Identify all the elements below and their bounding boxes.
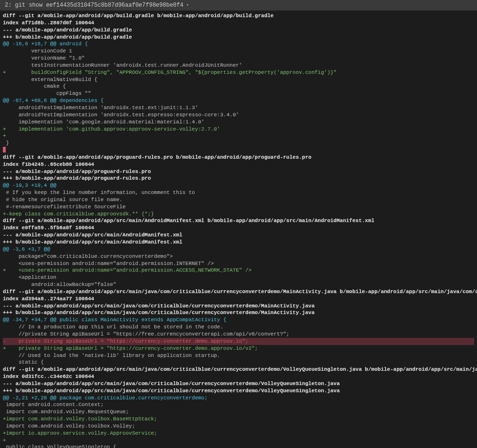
diff-line: diff --git a/mobile-app/android/app/buil… — [3, 12, 474, 20]
diff-line: package="com.criticalblue.currencyconver… — [3, 253, 474, 260]
diff-line: cmake { — [3, 83, 474, 90]
diff-line: import com.android.volley.RequestQueue; — [3, 408, 474, 416]
diff-line: @@ -67,4 +68,6 @@ dependencies { — [3, 97, 474, 104]
diff-line: --- a/mobile-app/android/app/build.gradl… — [3, 27, 474, 34]
diff-line: // In a production app this url should n… — [3, 324, 474, 331]
dropdown-arrow-icon[interactable]: ▾ — [186, 2, 188, 8]
diff-line: @@ -16,6 +16,7 @@ android { — [3, 41, 474, 48]
diff-line: externalNativeBuild { — [3, 76, 474, 83]
terminal-title-text: 2: git show eef14435d310475c8b87d96aaf0e… — [5, 1, 183, 9]
diff-line: + <uses-permission android:name="android… — [3, 267, 474, 274]
diff-line: index f1b4245..65ceb88 100644 — [3, 161, 474, 168]
diff-line: @@ -3,6 +3,7 @@ — [3, 246, 474, 253]
diff-line: diff --git a/mobile-app/android/app/src/… — [3, 288, 474, 295]
diff-line: +++ b/mobile-app/android/app/proguard-ru… — [3, 175, 474, 182]
diff-line: + — [3, 437, 474, 444]
terminal-title-bar[interactable]: 2: git show eef14435d310475c8b87d96aaf0e… — [0, 0, 477, 10]
diff-line: diff --git a/mobile-app/android/app/prog… — [3, 154, 474, 161]
diff-line: +++ b/mobile-app/android/app/src/main/ja… — [3, 309, 474, 316]
diff-line: --- a/mobile-app/android/app/src/main/ja… — [3, 303, 474, 310]
diff-line: androidTestImplementation 'androidx.test… — [3, 104, 474, 112]
diff-line: # If you keep the line number informatio… — [3, 189, 474, 196]
diff-line: +import io.approov.service.volley.Approo… — [3, 430, 474, 437]
diff-line: <uses-permission android:name="android.p… — [3, 260, 474, 267]
diff-line: + — [3, 132, 474, 140]
diff-line: + private String apiBaseUrl = "https://c… — [3, 345, 474, 352]
diff-line: +++ b/mobile-app/android/app/build.gradl… — [3, 34, 474, 41]
diff-line: @@ -34,7 +34,7 @@ public class MainActiv… — [3, 316, 474, 324]
diff-line: versionCode 1 — [3, 48, 474, 55]
diff-line: --- a/mobile-app/android/app/src/main/An… — [3, 232, 474, 239]
diff-line: +import com.android.volley.toolbox.BaseH… — [3, 416, 474, 423]
diff-line: #-renamesourcefileattribute SourceFile — [3, 204, 474, 211]
diff-line: index e0ffa59..5fb6a8f 100644 — [3, 224, 474, 232]
diff-line: index af71d8b..2807d0f 100644 — [3, 20, 474, 27]
diff-line — [3, 147, 6, 153]
diff-line: //private String apiBaseUrl = "https://f… — [3, 331, 474, 338]
diff-line: --- a/mobile-app/android/app/proguard-ru… — [3, 168, 474, 175]
diff-line: diff --git a/mobile-app/android/app/src/… — [3, 217, 474, 224]
diff-line: import com.android.volley.toolbox.Volley… — [3, 423, 474, 430]
diff-line: androidTestImplementation 'androidx.test… — [3, 112, 474, 119]
diff-line: + buildConfigField "String", "APPROOV_CO… — [3, 69, 474, 76]
diff-line: +++ b/mobile-app/android/app/src/main/ja… — [3, 387, 474, 395]
diff-line: } — [3, 140, 474, 147]
diff-line: + implementation 'com.github.approov:app… — [3, 126, 474, 133]
diff-line: <application — [3, 274, 474, 281]
diff-output: diff --git a/mobile-app/android/app/buil… — [0, 10, 477, 448]
diff-line: android:allowBackup="false" — [3, 281, 474, 288]
diff-line: - private String apiBaseUrl = "https://c… — [3, 338, 474, 345]
diff-line: static { — [3, 359, 474, 366]
diff-line: public class VolleyQueueSingleton { — [3, 444, 474, 448]
diff-line: @@ -2,21 +2,28 @@ package com.criticalbl… — [3, 395, 474, 402]
diff-line: cppFlags "" — [3, 90, 474, 97]
diff-line: implementation 'com.google.android.mater… — [3, 119, 474, 126]
diff-line: index 0d31fcc..c34e62c 100644 — [3, 373, 474, 380]
diff-line: // Used to load the 'native-lib' library… — [3, 352, 474, 359]
diff-line: +++ b/mobile-app/android/app/src/main/An… — [3, 239, 474, 246]
diff-line: --- a/mobile-app/android/app/src/main/ja… — [3, 380, 474, 387]
diff-line: index ad394a8..274aa77 100644 — [3, 295, 474, 303]
diff-line: testInstrumentationRunner 'androidx.test… — [3, 62, 474, 69]
diff-line: @@ -19,3 +19,4 @@ — [3, 182, 474, 189]
diff-line: # hide the original source file name. — [3, 196, 474, 204]
diff-line: diff --git a/mobile-app/android/app/src/… — [3, 366, 474, 373]
diff-line: versionName "1.0" — [3, 55, 474, 62]
diff-line: import android.content.Context; — [3, 401, 474, 408]
diff-line: +-keep class com.criticalblue.approovsdk… — [3, 211, 474, 218]
